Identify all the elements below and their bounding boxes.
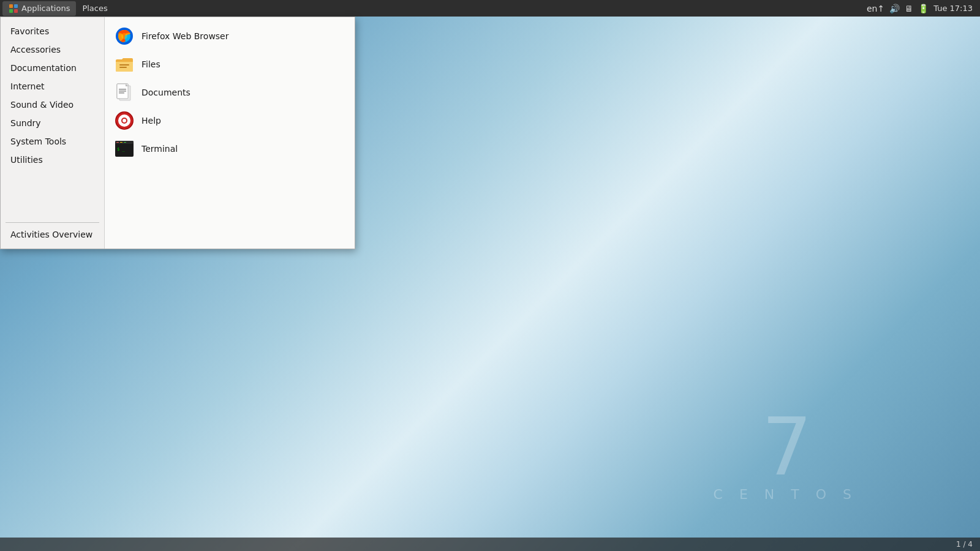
workspace-pager: 1 / 4 [956, 540, 973, 549]
svg-rect-17 [119, 91, 126, 92]
menu-apps: Firefox Web Browser Files [105, 17, 355, 249]
svg-rect-30 [116, 142, 119, 143]
files-label: Files [141, 59, 160, 69]
menu-container: Favorites Accessories Documentation Inte… [0, 17, 355, 249]
applications-menu: Favorites Accessories Documentation Inte… [0, 17, 355, 249]
topbar: Applications Places en↑ 🔊 🖥 🔋 Tue 17:13 [0, 0, 980, 17]
category-documentation[interactable]: Documentation [1, 59, 104, 77]
svg-rect-0 [9, 4, 13, 8]
category-sundry[interactable]: Sundry [1, 114, 104, 132]
files-icon [115, 54, 134, 74]
app-firefox[interactable]: Firefox Web Browser [105, 22, 355, 50]
menu-categories: Favorites Accessories Documentation Inte… [1, 17, 105, 249]
display-icon[interactable]: 🖥 [905, 4, 913, 13]
svg-rect-32 [124, 142, 126, 143]
category-sound-video[interactable]: Sound & Video [1, 96, 104, 114]
svg-rect-1 [14, 4, 18, 8]
svg-rect-3 [14, 9, 18, 13]
svg-rect-2 [9, 9, 13, 13]
svg-point-6 [121, 33, 127, 39]
svg-point-27 [123, 119, 126, 122]
svg-text:$ _: $ _ [117, 147, 125, 152]
help-icon [115, 111, 134, 130]
applications-label: Applications [21, 4, 70, 13]
locale-indicator[interactable]: en↑ [867, 4, 884, 13]
applications-menu-button[interactable]: Applications [2, 1, 76, 16]
svg-rect-16 [119, 89, 126, 90]
svg-rect-8 [119, 67, 127, 68]
topbar-left: Applications Places [2, 1, 114, 16]
battery-icon[interactable]: 🔋 [918, 4, 929, 13]
category-internet[interactable]: Internet [1, 77, 104, 96]
app-files[interactable]: Files [105, 50, 355, 78]
topbar-right: en↑ 🔊 🖥 🔋 Tue 17:13 [867, 4, 978, 13]
applications-icon [9, 4, 18, 13]
category-separator [6, 222, 99, 223]
svg-rect-7 [119, 64, 129, 66]
help-label: Help [141, 116, 161, 126]
svg-rect-31 [120, 142, 123, 143]
app-documents[interactable]: Documents [105, 78, 355, 107]
terminal-icon: $ _ [115, 139, 134, 159]
activities-overview[interactable]: Activities Overview [1, 225, 104, 244]
svg-rect-18 [119, 92, 124, 94]
app-help[interactable]: Help [105, 107, 355, 135]
volume-icon[interactable]: 🔊 [889, 4, 900, 13]
clock: Tue 17:13 [933, 4, 973, 13]
firefox-icon [115, 26, 134, 46]
category-accessories[interactable]: Accessories [1, 40, 104, 59]
documents-label: Documents [141, 88, 190, 97]
places-label: Places [82, 4, 107, 13]
category-system-tools[interactable]: System Tools [1, 132, 104, 151]
app-terminal[interactable]: $ _ Terminal [105, 135, 355, 163]
places-menu-button[interactable]: Places [76, 1, 113, 16]
firefox-label: Firefox Web Browser [141, 31, 229, 41]
category-spacer [1, 169, 104, 220]
category-utilities[interactable]: Utilities [1, 151, 104, 169]
terminal-label: Terminal [141, 144, 178, 154]
documents-icon [115, 83, 134, 102]
category-favorites[interactable]: Favorites [1, 22, 104, 40]
status-bar: 1 / 4 [0, 538, 980, 551]
